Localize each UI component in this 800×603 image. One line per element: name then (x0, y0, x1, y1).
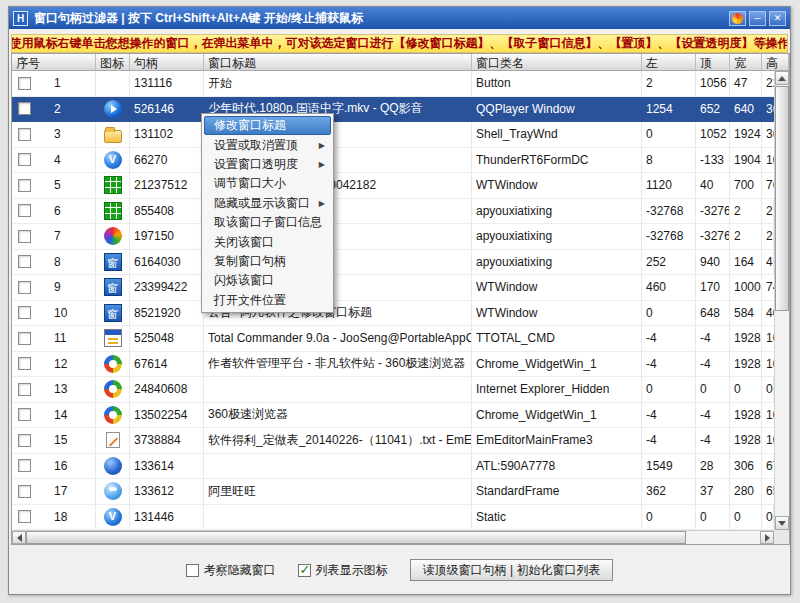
table-row[interactable]: 1267614作者软件管理平台 - 非凡软件站 - 360极速浏览器Chrome… (12, 352, 774, 378)
row-checkbox[interactable] (18, 306, 31, 319)
row-checkbox[interactable] (18, 383, 31, 396)
row-checkbox[interactable] (18, 459, 31, 472)
vertical-scrollbar[interactable] (774, 71, 789, 530)
table-row[interactable]: 17133612阿里旺旺StandardFrame3623728065 (12, 479, 774, 505)
row-checkbox[interactable] (18, 204, 31, 217)
row-checkbox[interactable] (18, 434, 31, 447)
menu-item[interactable]: 设置窗口透明度▶ (204, 155, 331, 174)
row-number: 12 (54, 357, 67, 371)
row-top: 37 (696, 479, 730, 504)
row-height: 36 (762, 122, 774, 147)
read-handles-button[interactable]: 读顶级窗口句柄 | 初始化窗口列表 (410, 559, 614, 581)
row-checkbox[interactable] (18, 179, 31, 192)
row-height: 4 (762, 250, 774, 275)
row-checkbox[interactable] (18, 153, 31, 166)
row-checkbox[interactable] (18, 332, 31, 345)
row-checkbox[interactable] (18, 485, 31, 498)
pinwheel-icon (104, 380, 122, 398)
table-row[interactable]: 11525048Total Commander 9.0a - JooSeng@P… (12, 326, 774, 352)
row-checkbox[interactable] (18, 255, 31, 268)
hidden-windows-checkbox-box[interactable] (186, 564, 199, 577)
horizontal-scroll-thumb[interactable] (26, 531, 686, 544)
row-window-title (204, 454, 472, 479)
menu-item[interactable]: 关闭该窗口 (204, 232, 331, 251)
table-row[interactable]: 153738884软件得利_定做表_20140226-（11041）.txt -… (12, 428, 774, 454)
row-handle: 526146 (130, 97, 204, 122)
skin-button[interactable] (729, 11, 746, 26)
table-row[interactable]: 16133614ATL:590A777815492830667 (12, 454, 774, 480)
scroll-up-button[interactable] (775, 71, 789, 85)
qq-player-icon (104, 100, 122, 118)
show-icons-checkbox-box[interactable] (298, 564, 311, 577)
menu-item[interactable]: 调节窗口大小 (204, 174, 331, 193)
media-player-icon (104, 508, 122, 526)
scroll-right-button[interactable] (760, 531, 774, 544)
column-header-2[interactable]: 图标 (96, 54, 130, 70)
row-number-cell: 8 (12, 250, 96, 275)
column-header-4[interactable]: 窗口标题 (204, 54, 472, 70)
media-player-icon (104, 151, 122, 169)
title-bar[interactable]: H 窗口句柄过滤器 | 按下 Ctrl+Shift+Alt+A键 开始/终止捕获… (9, 7, 790, 29)
scroll-left-button[interactable] (12, 531, 26, 544)
show-icons-checkbox[interactable]: 列表显示图标 (298, 562, 388, 579)
horizontal-scrollbar[interactable] (12, 530, 774, 544)
column-header-5[interactable]: 窗口类名 (472, 54, 642, 70)
menu-item[interactable]: 设置或取消置顶▶ (204, 135, 331, 154)
row-icon-cell (96, 301, 130, 326)
table-row[interactable]: 7197150游侠提醒apyouxiatixing-32768-3276822 (12, 224, 774, 250)
row-icon-cell (96, 122, 130, 147)
table-row[interactable]: 466270ThunderRT6FormDC8-133190410 (12, 148, 774, 174)
table-row[interactable]: 18131446Static0000 (12, 505, 774, 531)
menu-item[interactable]: 修改窗口标题 (204, 116, 331, 135)
scroll-down-button[interactable] (775, 516, 789, 530)
table-row[interactable]: 1131116开始Button210564722 (12, 71, 774, 97)
row-checkbox[interactable] (18, 102, 31, 115)
row-checkbox[interactable] (18, 357, 31, 370)
column-header-7[interactable]: 顶 (696, 54, 730, 70)
column-header-8[interactable]: 宽 (730, 54, 762, 70)
hidden-windows-checkbox[interactable]: 考察隐藏窗口 (186, 562, 276, 579)
row-checkbox[interactable] (18, 77, 31, 90)
menu-item-label: 闪烁该窗口 (214, 272, 274, 289)
row-top: 648 (696, 301, 730, 326)
menu-item-label: 复制窗口句柄 (214, 253, 286, 270)
table-row[interactable]: 1413502254360极速浏览器Chrome_WidgetWin_1-4-4… (12, 403, 774, 429)
row-window-class: WTWindow (472, 173, 642, 198)
row-checkbox[interactable] (18, 281, 31, 294)
row-left: 1120 (642, 173, 696, 198)
row-number-cell: 2 (12, 97, 96, 122)
column-header-3[interactable]: 句柄 (130, 54, 204, 70)
column-header-1[interactable]: 序号 (12, 54, 96, 70)
row-top: -4 (696, 403, 730, 428)
row-number: 17 (54, 484, 67, 498)
menu-item[interactable]: 隐藏或显示该窗口▶ (204, 194, 331, 213)
row-checkbox[interactable] (18, 128, 31, 141)
menu-item[interactable]: 闪烁该窗口 (204, 271, 331, 290)
table-row[interactable]: 1324840608Internet Explorer_Hidden0000 (12, 377, 774, 403)
row-height: 2 (762, 199, 774, 224)
table-row[interactable]: 108521920公告--阿凡软件之修改窗口标题WTWindow06485844… (12, 301, 774, 327)
table-row[interactable]: 6855408游侠提醒apyouxiatixing-32768-3276822 (12, 199, 774, 225)
row-number-cell: 12 (12, 352, 96, 377)
row-left: -32768 (642, 224, 696, 249)
column-header-6[interactable]: 左 (642, 54, 696, 70)
row-height: 10 (762, 403, 774, 428)
row-checkbox[interactable] (18, 408, 31, 421)
menu-item[interactable]: 取该窗口子窗口信息 (204, 213, 331, 232)
row-height: 76 (762, 173, 774, 198)
table-row[interactable]: 2526146少年时代.1080p.国语中字.mkv - QQ影音QQPlaye… (12, 97, 774, 123)
minimize-button[interactable]: ─ (749, 11, 766, 26)
row-checkbox[interactable] (18, 510, 31, 523)
table-row[interactable]: 521237512阿凡软件官方交流群790042182WTWindow11204… (12, 173, 774, 199)
table-row[interactable]: 86164030窗口提示apyouxiatixing2529401644 (12, 250, 774, 276)
menu-item[interactable]: 打开文件位置 (204, 291, 331, 310)
row-checkbox[interactable] (18, 230, 31, 243)
table-row[interactable]: 3131102Shell_TrayWnd01052192436 (12, 122, 774, 148)
menu-item[interactable]: 复制窗口句柄 (204, 252, 331, 271)
row-number: 11 (54, 331, 66, 345)
close-button[interactable]: ✕ (769, 11, 786, 26)
column-header-9[interactable]: 高 (762, 54, 789, 70)
table-row[interactable]: 923399422WTWindow460170100074 (12, 275, 774, 301)
vertical-scroll-thumb[interactable] (775, 86, 789, 311)
row-height: 0 (762, 377, 774, 402)
